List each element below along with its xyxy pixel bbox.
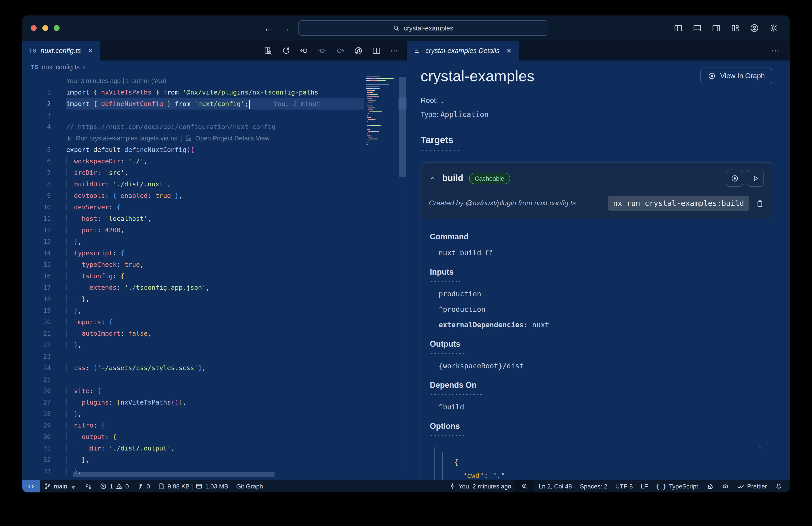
breadcrumb-more[interactable]: … bbox=[89, 63, 95, 71]
code-line[interactable]: 10 devServer: { bbox=[22, 201, 407, 213]
line-number[interactable]: 6 bbox=[22, 155, 51, 167]
minimize-window-button[interactable] bbox=[42, 25, 48, 31]
layout-sidebar-right-icon[interactable] bbox=[712, 24, 721, 32]
statusbar-prettier-status[interactable]: Prettier bbox=[733, 480, 771, 493]
editor-action-split-editor-icon[interactable] bbox=[372, 46, 381, 55]
code-line[interactable]: 16 tsConfig: { bbox=[22, 270, 407, 282]
account-icon[interactable] bbox=[750, 24, 759, 33]
close-panel-tab-icon[interactable]: ✕ bbox=[506, 47, 512, 55]
statusbar-language-mode[interactable]: { }TypeScript bbox=[652, 480, 702, 493]
statusbar-eol[interactable]: LF bbox=[637, 480, 652, 493]
editor-action-commit-ring-icon[interactable] bbox=[354, 46, 363, 55]
editor-vertical-scrollbar[interactable] bbox=[398, 74, 407, 480]
line-number[interactable]: 26 bbox=[22, 385, 51, 397]
line-number[interactable]: 1 bbox=[22, 87, 51, 98]
history-forward-button[interactable]: → bbox=[281, 24, 290, 33]
layout-panel-icon[interactable] bbox=[693, 24, 702, 32]
code-line[interactable]: 15 typeCheck: true, bbox=[22, 259, 407, 270]
breadcrumb[interactable]: TS nuxt.config.ts › … bbox=[22, 60, 407, 74]
code-line[interactable]: 18 }, bbox=[22, 293, 407, 305]
statusbar-compare-changes[interactable] bbox=[81, 480, 96, 493]
close-tab-icon[interactable]: ✕ bbox=[88, 47, 93, 55]
editor-action-nav-back-icon[interactable] bbox=[300, 46, 308, 55]
code-line[interactable]: 25 bbox=[22, 374, 407, 385]
line-number[interactable]: 19 bbox=[22, 305, 51, 316]
tab-project-details[interactable]: crystal-examples Details ✕ bbox=[407, 41, 519, 60]
breadcrumb-file[interactable]: nuxt.config.ts bbox=[42, 63, 79, 71]
code-editor[interactable]: You, 3 minutes ago | 1 author (You)1impo… bbox=[22, 74, 407, 480]
line-number[interactable]: 15 bbox=[22, 259, 51, 270]
collapse-chevron-icon[interactable] bbox=[429, 174, 436, 182]
view-target-graph-button[interactable] bbox=[726, 170, 743, 187]
code-line[interactable]: 11 host: 'localhost', bbox=[22, 213, 407, 224]
code-line[interactable]: 26 vite: { bbox=[22, 385, 407, 397]
code-line[interactable]: 34}); bbox=[22, 477, 407, 480]
codelens-open-details-link[interactable]: Open Project Details View bbox=[195, 132, 270, 144]
code-line[interactable]: 22 }, bbox=[22, 339, 407, 351]
statusbar-zoom-indicator[interactable] bbox=[515, 480, 535, 493]
copy-icon[interactable] bbox=[755, 199, 764, 207]
run-target-button[interactable] bbox=[747, 170, 764, 187]
line-number[interactable]: 32 bbox=[22, 454, 51, 466]
line-number[interactable]: 17 bbox=[22, 282, 51, 293]
line-number[interactable]: 33 bbox=[22, 466, 51, 477]
layout-grid-icon[interactable] bbox=[731, 24, 740, 32]
line-number[interactable]: 20 bbox=[22, 316, 51, 328]
code-line[interactable]: 1import { nxViteTsPaths } from '@nx/vite… bbox=[22, 87, 407, 98]
code-line[interactable]: 12 port: 4200, bbox=[22, 224, 407, 236]
code-line[interactable]: 29 nitro: { bbox=[22, 420, 407, 431]
line-number[interactable]: 3 bbox=[22, 110, 51, 121]
code-line[interactable]: 20 imports: { bbox=[22, 316, 407, 328]
code-line[interactable]: 6 workspaceDir: './', bbox=[22, 155, 407, 167]
line-number[interactable]: 9 bbox=[22, 190, 51, 201]
line-number[interactable]: 13 bbox=[22, 236, 51, 247]
command-value[interactable]: nuxt build bbox=[430, 248, 763, 257]
line-number[interactable]: 31 bbox=[22, 442, 51, 454]
statusbar-ports[interactable]: 0 bbox=[133, 480, 154, 493]
code-line[interactable]: 24 css: ['~/assets/css/styles.scss'], bbox=[22, 362, 407, 374]
minimap[interactable] bbox=[364, 74, 398, 480]
line-number[interactable]: 16 bbox=[22, 270, 51, 282]
line-number[interactable] bbox=[22, 132, 51, 144]
view-in-graph-button[interactable]: View In Graph bbox=[700, 68, 772, 84]
maximize-window-button[interactable] bbox=[54, 25, 60, 31]
editor-horizontal-scrollbar[interactable] bbox=[66, 472, 363, 477]
statusbar-remote-indicator[interactable] bbox=[22, 480, 40, 493]
code-line[interactable]: 19 }, bbox=[22, 305, 407, 316]
code-line[interactable]: 5export default defineNuxtConfig({ bbox=[22, 144, 407, 155]
line-number[interactable]: 11 bbox=[22, 213, 51, 224]
panel-more-actions[interactable]: ⋯ bbox=[771, 41, 790, 60]
code-line[interactable]: 32 }, bbox=[22, 454, 407, 466]
line-number[interactable] bbox=[22, 75, 51, 87]
options-json-editor[interactable]: { "cwd": "." } bbox=[434, 446, 761, 480]
editor-action-nav-circle-icon[interactable] bbox=[318, 46, 327, 55]
line-number[interactable]: 24 bbox=[22, 362, 51, 374]
line-number[interactable]: 8 bbox=[22, 179, 51, 190]
line-number[interactable]: 30 bbox=[22, 431, 51, 442]
code-line[interactable]: 27 plugins: [nxViteTsPaths()], bbox=[22, 397, 407, 408]
close-window-button[interactable] bbox=[31, 25, 37, 31]
statusbar-file-size[interactable]: 9.88 KB |1.03 MB bbox=[154, 480, 232, 493]
line-number[interactable]: 7 bbox=[22, 167, 51, 179]
code-line[interactable]: 31 dir: './dist/.output', bbox=[22, 442, 407, 454]
code-line[interactable]: 21 autoImport: false, bbox=[22, 328, 407, 339]
line-number[interactable]: 2 bbox=[22, 98, 51, 110]
layout-sidebar-left-icon[interactable] bbox=[674, 24, 683, 32]
code-line[interactable]: 2import { defineNuxtConfig } from 'nuxt/… bbox=[22, 98, 407, 110]
line-number[interactable]: 21 bbox=[22, 328, 51, 339]
history-back-button[interactable]: ← bbox=[264, 24, 273, 33]
line-number[interactable]: 25 bbox=[22, 374, 51, 385]
line-number[interactable]: 5 bbox=[22, 144, 51, 155]
line-number[interactable]: 4 bbox=[22, 121, 51, 132]
line-number[interactable]: 10 bbox=[22, 201, 51, 213]
editor-action-more-icon[interactable]: ⋯ bbox=[390, 47, 398, 55]
code-line[interactable]: 4// https://nuxt.com/docs/api/configurat… bbox=[22, 121, 407, 132]
code-line[interactable]: 9 devtools: { enabled: true }, bbox=[22, 190, 407, 201]
statusbar-problems[interactable]: 10 bbox=[96, 480, 133, 493]
code-line[interactable]: 17 extends: './tsconfig.app.json', bbox=[22, 282, 407, 293]
line-number[interactable]: 22 bbox=[22, 339, 51, 351]
tab-nuxt-config[interactable]: TS nuxt.config.ts ✕ bbox=[22, 41, 100, 60]
line-number[interactable]: 14 bbox=[22, 247, 51, 259]
codelens-run-link[interactable]: Run crystal-examples targets via nx bbox=[76, 132, 177, 144]
line-number[interactable]: 27 bbox=[22, 397, 51, 408]
